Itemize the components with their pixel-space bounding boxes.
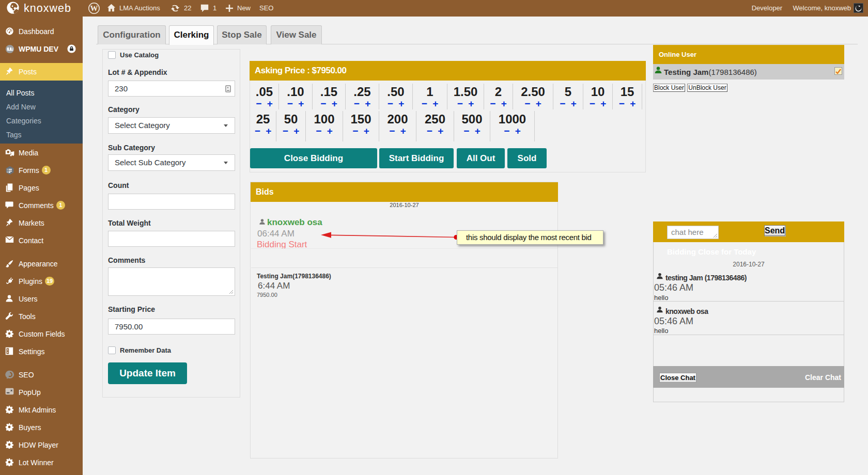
svg-text:W: W [90,4,98,12]
